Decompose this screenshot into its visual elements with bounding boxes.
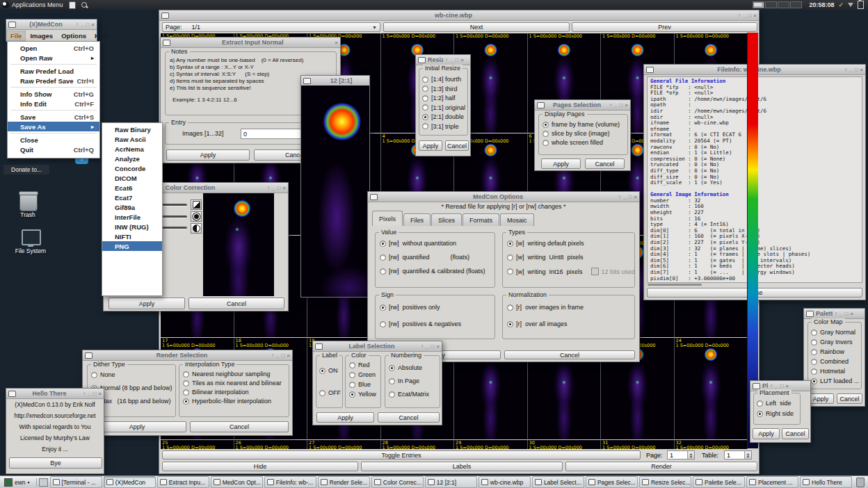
menu-help[interactable]: Help	[90, 31, 113, 41]
cancel-button[interactable]: Cancel	[585, 158, 625, 169]
applications-menu-icon[interactable]	[2, 1, 9, 8]
checkbox-icon[interactable]	[591, 268, 599, 275]
trash-icon[interactable]	[19, 193, 38, 211]
window-buttons[interactable]: ↑_□×	[844, 67, 863, 73]
radio-r-over-all-images[interactable]: [r] over all images	[507, 320, 584, 327]
page-spinner[interactable]: 1▲▼	[667, 450, 695, 459]
image-cell[interactable]: 31 1 S=00s000 D=00s000	[601, 439, 675, 449]
taskbar-button-wb-cine-wbp[interactable]: wb-cine.wbp	[479, 476, 531, 488]
tab-mosaic[interactable]: Mosaic	[500, 213, 534, 226]
menu-item-raw-ascii[interactable]: Raw Ascii	[102, 134, 162, 144]
menu-item-open-raw[interactable]: Open Raw▸	[8, 53, 99, 63]
radio-absolute[interactable]: Absolute	[389, 364, 429, 371]
radio-right-side[interactable]: Right side	[757, 410, 794, 417]
menu-item-dicom[interactable]: DICOM	[102, 173, 162, 183]
menu-item-png[interactable]: PNG	[102, 241, 162, 251]
taskbar-trash-icon[interactable]	[856, 478, 865, 487]
apply-button[interactable]: Apply	[753, 428, 780, 439]
menu-item-interfile[interactable]: InterFile	[102, 212, 162, 222]
image-cell[interactable]: 32 1 S=00s000 D=00s000	[675, 439, 748, 449]
menu-item-open[interactable]: OpenCtrl+O	[8, 43, 99, 53]
horizontal-scrollbar[interactable]	[648, 284, 702, 286]
taskbar-button-resize-selec[interactable]: Resize Selec...	[639, 476, 691, 488]
render-button[interactable]: Render	[565, 462, 757, 471]
search-icon[interactable]	[81, 2, 87, 8]
radio-in-page[interactable]: In Page	[389, 377, 429, 384]
radio-slice-by-slice-image[interactable]: slice by slice (image)	[542, 130, 620, 137]
taskbar-button-color-correc[interactable]: Color Correc...	[371, 476, 424, 488]
applications-menu[interactable]: Applications Menu	[12, 1, 63, 8]
cancel-button[interactable]: Cancel	[782, 428, 809, 439]
radio-1-4-fourth[interactable]: [1:4] fourth	[422, 76, 465, 83]
menu-item-ecat7[interactable]: Ecat7	[102, 193, 162, 202]
menu-item-inw-rug[interactable]: INW (RUG)	[102, 222, 162, 231]
menu-item-info-edit[interactable]: Info EditCtrl+F	[8, 99, 99, 108]
radio-green[interactable]: Green	[349, 371, 376, 378]
radio-1-2-half[interactable]: [1:2] half	[422, 95, 465, 101]
trash-desktop-label[interactable]: Trash	[11, 211, 45, 218]
taskbar-button-x-medcon[interactable]: (X)MedCon	[104, 476, 156, 488]
taskbar-button-label-select[interactable]: Label Select...	[532, 476, 584, 488]
donate-desktop-label[interactable]: Donate to...	[3, 165, 49, 174]
radio-none[interactable]: None	[91, 371, 172, 378]
menu-item-raw-predef-save[interactable]: Raw Predef SaveCtrl+I	[8, 76, 99, 86]
menu-item-analyze[interactable]: Analyze	[102, 154, 162, 163]
radio-1-1-original[interactable]: [1:1] original	[422, 104, 465, 111]
radio-ecat-matrix[interactable]: Ecat/Matrix	[389, 391, 429, 398]
menu-file[interactable]: File	[6, 31, 26, 41]
tab-pixels[interactable]: Pixels	[372, 211, 403, 226]
filesystem-desktop-label[interactable]: File System	[9, 247, 52, 254]
resize-titlebar[interactable]: Resize Selection ↑_□×	[416, 55, 470, 65]
menu-item-raw-predef-load[interactable]: Raw Predef Load	[8, 66, 99, 76]
apply-button[interactable]: Apply	[316, 412, 374, 423]
menu-item-quit[interactable]: QuitCtrl+Q	[8, 145, 99, 154]
window-buttons[interactable]: ↑_□×	[738, 13, 757, 19]
menu-options[interactable]: Options	[57, 31, 90, 41]
image-cell[interactable]: 28 1 S=00s000 D=00s000	[381, 439, 455, 449]
taskbar-button-render-sele[interactable]: Render Sele...	[318, 476, 370, 488]
taskbar-button-pages-selec[interactable]: Pages Selec...	[586, 476, 638, 488]
taskbar-button-fileinfo-wb[interactable]: FileInfo: wb-...	[264, 476, 316, 488]
radio-rw-positives-negatives[interactable]: [rw] positives & negatives	[380, 320, 461, 327]
radio-hyperbolic-filter-interpolation[interactable]: Hyperbolic-filter interpolation	[183, 398, 282, 405]
radio-rainbow[interactable]: Rainbow	[811, 348, 859, 355]
toggle-entries-button[interactable]: Toggle Entries	[162, 450, 641, 459]
table-spinner[interactable]: 1▲▼	[724, 450, 752, 459]
prev-button[interactable]: Prev	[572, 22, 757, 32]
radio-r-over-images-in-frame[interactable]: [r] over images in frame	[507, 304, 584, 311]
radio-3-1-triple[interactable]: [3:1] triple	[422, 123, 465, 130]
radio-1-3-third[interactable]: [1:3] third	[422, 86, 465, 92]
radio-bilinear-interpolation[interactable]: Bilinear interpolation	[183, 389, 282, 396]
menu-item-close[interactable]: Close	[8, 135, 99, 145]
hello-titlebar[interactable]: Hello There ↑_□×	[6, 389, 104, 399]
radio-hotmetal[interactable]: Hotmetal	[811, 368, 859, 375]
radio-rw-quantified-floats[interactable]: [rw] quantified (floats)	[380, 254, 485, 261]
cancel-button[interactable]: Cancel	[504, 350, 635, 359]
menu-item-save-as[interactable]: Save As▸	[8, 122, 99, 131]
radio-red[interactable]: Red	[349, 361, 376, 368]
apply-button[interactable]: Apply	[108, 298, 185, 309]
taskbar-button-palette-sele[interactable]: Palette Sele...	[693, 476, 745, 488]
apply-button[interactable]: Apply	[541, 158, 581, 169]
zoom-titlebar[interactable]: 12 [2:1]	[301, 76, 369, 86]
options-titlebar[interactable]: MedCon Options ↑_□×	[368, 192, 639, 202]
radio-yellow[interactable]: Yellow	[349, 391, 376, 398]
taskbar-button-terminal[interactable]: [Terminal - ...	[50, 476, 102, 488]
cancel-button[interactable]: Cancel	[445, 140, 469, 151]
image-cell[interactable]: 24 1 S=00s000 D=00s000	[675, 337, 748, 439]
radio-combined[interactable]: Combined	[811, 358, 859, 365]
hide-button[interactable]: Hide	[162, 462, 358, 471]
tab-slices[interactable]: Slices	[431, 213, 462, 226]
tab-formats[interactable]: Formats	[463, 213, 499, 226]
cancel-button[interactable]: Cancel	[378, 412, 440, 423]
page-selector[interactable]: Page: 1/1 ▼	[162, 22, 380, 32]
radio-2-1-double[interactable]: [2:1] double	[422, 113, 465, 120]
radio-whole-screen-filled[interactable]: whole screen filled	[542, 139, 620, 146]
menu-item-raw-binary[interactable]: Raw Binary	[102, 124, 162, 134]
menu-item-nifti[interactable]: NIFTI	[102, 231, 162, 241]
taskbar-button-medcon-opt[interactable]: MedCon Opt...	[211, 476, 263, 488]
pages-titlebar[interactable]: Pages Selection ↑_□×	[535, 100, 630, 111]
radio-left-side[interactable]: Left side	[757, 400, 794, 407]
radio-on[interactable]: ON	[319, 367, 341, 374]
radio-frame-by-frame-volume[interactable]: frame by frame (volume)	[542, 121, 620, 128]
